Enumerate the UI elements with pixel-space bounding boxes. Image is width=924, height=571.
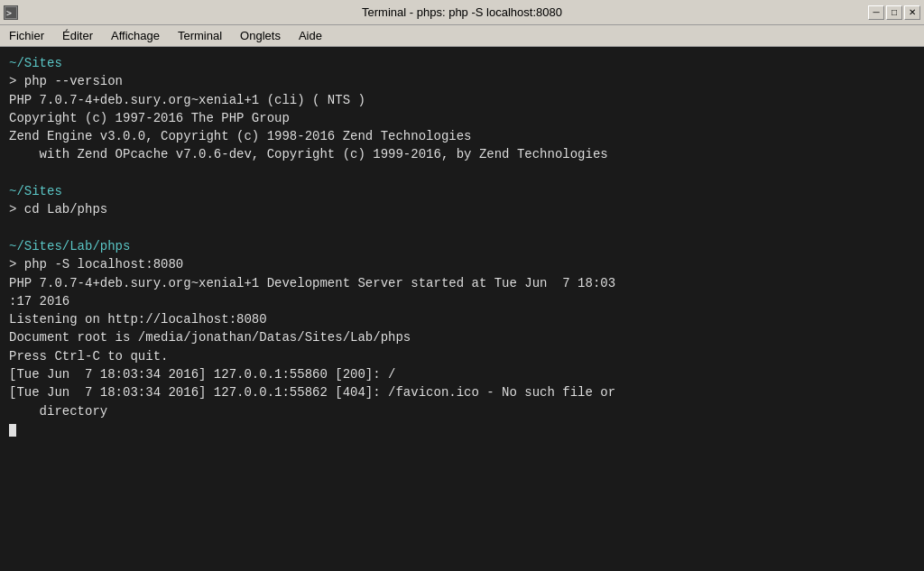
- menubar: Fichier Éditer Affichage Terminal Onglet…: [0, 25, 924, 47]
- line-2: > php --version: [9, 72, 915, 90]
- line-7: [9, 164, 915, 182]
- line-8: ~/Sites: [9, 182, 915, 200]
- titlebar: >_ Terminal - phps: php -S localhost:808…: [0, 0, 924, 25]
- line-1: ~/Sites: [9, 54, 915, 72]
- line-9: > cd Lab/phps: [9, 200, 915, 218]
- titlebar-title: Terminal - phps: php -S localhost:8080: [0, 5, 924, 19]
- maximize-button[interactable]: □: [886, 5, 902, 20]
- terminal-cursor: [9, 424, 16, 437]
- line-10: [9, 219, 915, 237]
- menu-fichier[interactable]: Fichier: [4, 27, 50, 44]
- line-12: > php -S localhost:8080: [9, 255, 915, 273]
- line-20: directory: [9, 402, 915, 420]
- menu-editer[interactable]: Éditer: [57, 27, 98, 44]
- line-21: [9, 420, 915, 438]
- line-13: PHP 7.0.7-4+deb.sury.org~xenial+1 Develo…: [9, 274, 915, 292]
- line-14: :17 2016: [9, 292, 915, 310]
- menu-affichage[interactable]: Affichage: [106, 27, 165, 44]
- line-3: PHP 7.0.7-4+deb.sury.org~xenial+1 (cli) …: [9, 91, 915, 109]
- line-4: Copyright (c) 1997-2016 The PHP Group: [9, 109, 915, 127]
- line-19: [Tue Jun 7 18:03:34 2016] 127.0.0.1:5586…: [9, 383, 915, 401]
- menu-terminal[interactable]: Terminal: [172, 27, 227, 44]
- minimize-button[interactable]: ─: [868, 5, 884, 20]
- titlebar-left: >_: [4, 5, 18, 20]
- line-16: Document root is /media/jonathan/Datas/S…: [9, 328, 915, 346]
- line-17: Press Ctrl-C to quit.: [9, 347, 915, 365]
- menu-aide[interactable]: Aide: [293, 27, 328, 44]
- line-5: Zend Engine v3.0.0, Copyright (c) 1998-2…: [9, 127, 915, 145]
- app-icon: >_: [4, 5, 18, 20]
- line-15: Listening on http://localhost:8080: [9, 310, 915, 328]
- titlebar-controls: ─ □ ✕: [868, 5, 920, 20]
- svg-text:>_: >_: [6, 8, 16, 18]
- menu-onglets[interactable]: Onglets: [235, 27, 286, 44]
- line-6: with Zend OPcache v7.0.6-dev, Copyright …: [9, 145, 915, 163]
- close-button[interactable]: ✕: [904, 5, 920, 20]
- terminal-area[interactable]: ~/Sites > php --version PHP 7.0.7-4+deb.…: [0, 47, 924, 571]
- line-11: ~/Sites/Lab/phps: [9, 237, 915, 255]
- line-18: [Tue Jun 7 18:03:34 2016] 127.0.0.1:5586…: [9, 365, 915, 383]
